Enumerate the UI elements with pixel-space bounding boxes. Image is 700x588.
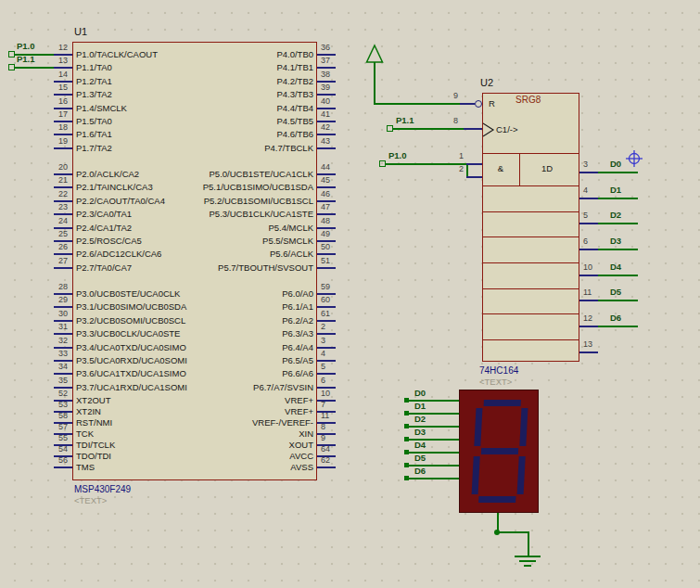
glyph-overlay xyxy=(0,0,700,588)
clock-chevron-icon xyxy=(483,123,493,136)
cursor-crosshair-icon xyxy=(626,150,643,167)
schematic-canvas[interactable]: U1 MSP430F249 <TEXT> P1.0 P1.1 U2 SRG8 7… xyxy=(0,0,700,588)
power-arrow-icon[interactable] xyxy=(367,45,383,62)
